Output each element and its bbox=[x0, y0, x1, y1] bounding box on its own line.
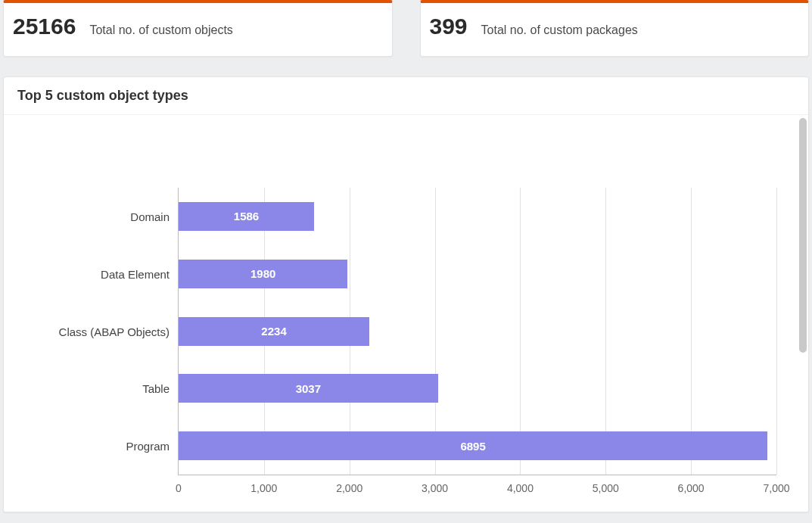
chart-bar[interactable]: 2234 bbox=[179, 317, 369, 346]
chart-bar[interactable]: 6895 bbox=[179, 431, 767, 460]
kpi-card-custom-packages: 399 Total no. of custom packages bbox=[420, 0, 810, 57]
chart-bar-value: 2234 bbox=[261, 325, 286, 338]
chart-title: Top 5 custom object types bbox=[4, 77, 808, 115]
kpi-label: Total no. of custom packages bbox=[481, 23, 638, 37]
chart-bar-value: 1980 bbox=[250, 267, 275, 280]
chart-x-tick: 7,000 bbox=[763, 482, 789, 494]
chart-x-tick: 5,000 bbox=[593, 482, 619, 494]
chart-x-tick: 1,000 bbox=[250, 482, 277, 494]
chart-y-label: Data Element bbox=[101, 267, 170, 280]
chart-x-tick: 0 bbox=[176, 482, 182, 494]
kpi-label: Total no. of custom objects bbox=[89, 23, 232, 37]
chart-bar-value: 3037 bbox=[296, 382, 321, 395]
chart-x-tick: 4,000 bbox=[507, 482, 534, 494]
chart-x-tick: 3,000 bbox=[422, 482, 448, 494]
chart-y-label: Class (ABAP Objects) bbox=[59, 325, 170, 338]
chart-y-label: Domain bbox=[130, 210, 170, 223]
kpi-row: 25166 Total no. of custom objects 399 To… bbox=[3, 0, 809, 57]
chart-y-label: Table bbox=[142, 382, 170, 395]
chart-x-tick: 2,000 bbox=[336, 482, 362, 494]
chart-y-label: Program bbox=[126, 440, 170, 453]
chart-plot-area: 01,0002,0003,0004,0005,0006,0007,000Doma… bbox=[178, 188, 776, 475]
kpi-value: 399 bbox=[427, 14, 468, 39]
chart-body: 01,0002,0003,0004,0005,0006,0007,000Doma… bbox=[4, 115, 808, 512]
chart-bar-value: 1586 bbox=[234, 210, 259, 223]
chart-bar[interactable]: 1586 bbox=[179, 202, 314, 231]
chart-bar[interactable]: 1980 bbox=[179, 260, 347, 288]
scrollbar-vertical[interactable] bbox=[799, 118, 807, 509]
kpi-value: 25166 bbox=[10, 14, 76, 39]
dashboard-page: 25166 Total no. of custom objects 399 To… bbox=[0, 0, 812, 523]
chart-gridline bbox=[776, 188, 777, 475]
chart-x-tick: 6,000 bbox=[678, 482, 705, 494]
scrollbar-thumb[interactable] bbox=[799, 118, 807, 353]
chart-bar-value: 6895 bbox=[460, 440, 485, 453]
chart-bar[interactable]: 3037 bbox=[179, 374, 438, 403]
kpi-card-custom-objects: 25166 Total no. of custom objects bbox=[3, 0, 393, 57]
chart-card-top5-object-types: Top 5 custom object types 01,0002,0003,0… bbox=[3, 76, 809, 512]
